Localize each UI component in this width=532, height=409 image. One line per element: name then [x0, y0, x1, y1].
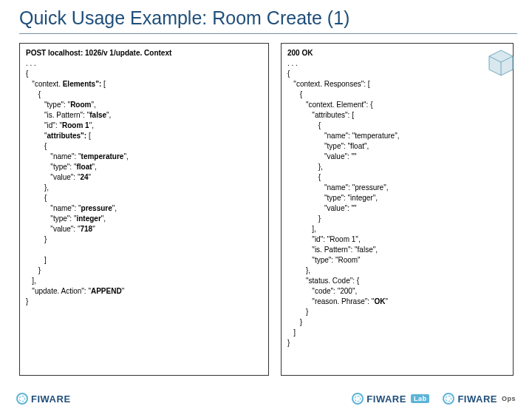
- fiware-ops-logo: FIWARE Ops: [443, 393, 516, 405]
- fiware-lab-logo: FIWARE Lab: [352, 393, 429, 405]
- fiware-logo: FIWARE: [16, 393, 71, 405]
- response-code-box: 200 OK . . . { "context. Responses": [ {…: [281, 43, 514, 376]
- gear-icon: [443, 393, 454, 405]
- gear-icon: [16, 393, 28, 405]
- title-underline: [19, 33, 517, 34]
- slide-title: Quick Usage Example: Room Create (1): [19, 7, 349, 29]
- request-code-box: POST localhost: 1026/v 1/update. Context…: [19, 43, 269, 376]
- slide-footer: FIWARE FIWARE Lab FIWARE Ops: [0, 388, 532, 409]
- cube-icon: [486, 49, 516, 78]
- gear-icon: [352, 393, 364, 405]
